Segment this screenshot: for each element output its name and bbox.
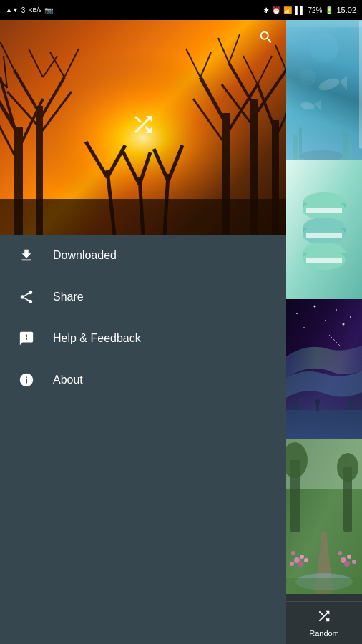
alarm-icon: ⏰ <box>272 6 280 14</box>
help-label: Help & Feedback <box>53 332 141 345</box>
menu-item-share[interactable]: Share <box>0 276 286 318</box>
svg-rect-72 <box>306 258 342 263</box>
search-icon <box>258 29 274 45</box>
svg-rect-73 <box>286 299 362 439</box>
share-icon <box>17 288 36 306</box>
status-right: ✱ ⏰ 📶 ▌▌ 72% 🔋 15:02 <box>263 6 356 14</box>
svg-point-96 <box>298 561 303 567</box>
network-speed-unit: KB/s <box>28 6 41 14</box>
battery-icon: 🔋 <box>325 6 333 14</box>
scrollbar <box>359 20 362 149</box>
svg-point-58 <box>300 150 343 160</box>
svg-point-80 <box>325 320 326 321</box>
menu-section: Downloaded Share Help & Feedback <box>0 235 286 644</box>
svg-point-102 <box>344 561 350 567</box>
bluetooth-icon: ✱ <box>263 6 269 14</box>
thumbnail-aurora[interactable] <box>286 299 362 439</box>
right-panel: Random <box>286 20 362 644</box>
search-button[interactable] <box>249 20 283 54</box>
svg-point-49 <box>299 69 316 86</box>
download-icon <box>17 246 36 265</box>
svg-point-83 <box>315 399 320 404</box>
svg-point-48 <box>310 34 338 63</box>
random-label: Random <box>309 629 339 638</box>
svg-rect-59 <box>286 20 362 27</box>
menu-item-about[interactable]: About <box>0 359 286 401</box>
svg-rect-68 <box>306 233 342 238</box>
svg-point-75 <box>314 306 316 308</box>
svg-marker-85 <box>347 398 354 410</box>
svg-marker-84 <box>293 399 300 410</box>
feedback-icon <box>17 329 36 348</box>
svg-point-95 <box>291 551 295 555</box>
svg-point-98 <box>304 558 308 562</box>
menu-item-help[interactable]: Help & Feedback <box>0 318 286 359</box>
signal-bars-icon: ▌▌ <box>295 6 305 14</box>
share-label: Share <box>53 291 84 303</box>
main-container: Downloaded Share Help & Feedback <box>0 20 362 644</box>
svg-point-79 <box>343 323 345 326</box>
svg-rect-54 <box>293 135 298 160</box>
about-label: About <box>53 374 83 386</box>
svg-rect-57 <box>349 138 352 160</box>
svg-point-74 <box>296 313 298 314</box>
svg-point-103 <box>352 560 356 564</box>
svg-rect-56 <box>343 131 348 160</box>
svg-marker-51 <box>340 76 347 90</box>
svg-rect-47 <box>286 20 362 160</box>
macaron-scene <box>286 160 362 299</box>
svg-point-77 <box>350 316 351 318</box>
svg-point-97 <box>290 562 294 566</box>
status-bar: ▲▼ 3 KB/s 📷 ✱ ⏰ 📶 ▌▌ 72% 🔋 15:02 <box>0 0 362 20</box>
thumbnail-macarons[interactable] <box>286 160 362 299</box>
svg-point-76 <box>336 309 337 311</box>
info-icon <box>17 371 36 389</box>
svg-rect-55 <box>299 127 302 160</box>
aurora-scene <box>286 299 362 439</box>
menu-item-downloaded[interactable]: Downloaded <box>0 235 286 276</box>
underwater-scene <box>286 20 362 160</box>
left-panel: Downloaded Share Help & Feedback <box>0 20 286 644</box>
network-speed-icon: ▲▼ <box>6 6 19 14</box>
thumbnail-underwater[interactable] <box>286 20 362 160</box>
downloaded-label: Downloaded <box>53 249 117 262</box>
svg-point-50 <box>318 76 341 92</box>
signal-icon: 📶 <box>283 6 292 14</box>
clock: 15:02 <box>336 6 356 14</box>
svg-marker-53 <box>315 100 321 110</box>
status-left: ▲▼ 3 KB/s 📷 <box>6 6 53 14</box>
random-icon <box>316 608 332 628</box>
svg-rect-82 <box>316 403 319 411</box>
svg-point-94 <box>300 555 304 559</box>
bottom-bar[interactable]: Random <box>286 601 362 644</box>
svg-point-78 <box>303 327 305 328</box>
network-speed: 3 <box>21 6 26 14</box>
hero-shuffle-icon <box>130 112 156 143</box>
garden-scene <box>286 439 362 594</box>
svg-point-100 <box>347 555 351 559</box>
notification-icon: 📷 <box>44 6 53 14</box>
svg-point-52 <box>300 101 315 110</box>
battery-level: 72% <box>308 6 322 14</box>
svg-point-92 <box>337 453 358 482</box>
hero-image[interactable] <box>0 20 286 235</box>
svg-rect-64 <box>306 208 342 213</box>
svg-rect-105 <box>286 578 362 594</box>
thumbnail-garden[interactable] <box>286 439 362 594</box>
svg-point-101 <box>338 551 342 555</box>
svg-rect-81 <box>286 410 362 439</box>
